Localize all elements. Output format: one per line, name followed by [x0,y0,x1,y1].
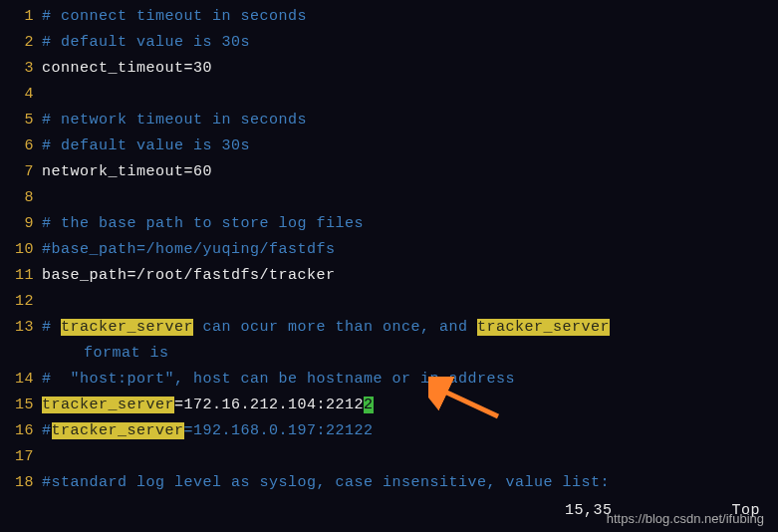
code-line: 8 [0,185,778,211]
code-line: 14# "host:port", host can be hostname or… [0,367,778,393]
code-line: 6# default value is 30s [0,133,778,159]
comment-text: format is [42,341,169,367]
config-text: connect_timeout=30 [42,56,212,82]
line-number: 2 [0,30,42,56]
search-match: tracker_server [477,319,610,336]
line-number: 9 [0,211,42,237]
code-line: 17 [0,444,778,470]
comment-text: # network timeout in seconds [42,108,307,133]
line-number: 1 [0,4,42,30]
code-line: 12 [0,289,778,315]
line-number: 12 [0,289,42,315]
search-match: tracker_server [42,397,174,413]
code-line: 9# the base path to store log files [0,211,778,237]
comment-text: # tracker_server can ocur more than once… [42,315,610,341]
comment-text: # default value is 30s [42,133,250,159]
code-line: 16#tracker_server=192.168.0.197:22122 [0,418,778,444]
code-line: 5# network timeout in seconds [0,108,778,133]
line-number: 8 [0,185,42,211]
line-number: 5 [0,108,42,133]
code-line: 3connect_timeout=30 [0,56,778,82]
code-line: 10#base_path=/home/yuqing/fastdfs [0,237,778,263]
watermark: https://blog.csdn.net/ifubing [607,511,764,526]
line-number: 18 [0,470,42,496]
code-line-wrap: format is [0,341,778,367]
search-match: tracker_server [61,319,193,336]
comment-text: # connect timeout in seconds [42,4,307,30]
line-number: 3 [0,56,42,82]
line-number: 6 [0,133,42,159]
code-editor[interactable]: 1# connect timeout in seconds 2# default… [0,0,778,500]
line-number: 7 [0,159,42,185]
comment-text: #tracker_server=192.168.0.197:22122 [42,418,374,444]
code-line: 2# default value is 30s [0,30,778,56]
search-match: tracker_server [52,422,184,439]
comment-text: # "host:port", host can be hostname or i… [42,367,515,393]
line-number [0,341,42,367]
line-number: 17 [0,444,42,470]
code-line: 15tracker_server=172.16.212.104:22122 [0,393,778,418]
comment-text: # the base path to store log files [42,211,364,237]
comment-text: # default value is 30s [42,30,250,56]
code-line: 11base_path=/root/fastdfs/tracker [0,263,778,289]
config-text: tracker_server=172.16.212.104:22122 [42,393,374,418]
comment-text: #base_path=/home/yuqing/fastdfs [42,237,336,263]
line-number: 10 [0,237,42,263]
line-number: 4 [0,82,42,108]
line-number: 13 [0,315,42,341]
comment-text: #standard log level as syslog, case inse… [42,470,610,496]
line-number: 11 [0,263,42,289]
code-line: 13# tracker_server can ocur more than on… [0,315,778,341]
config-text: network_timeout=60 [42,159,212,185]
code-line: 4 [0,82,778,108]
code-line: 7network_timeout=60 [0,159,778,185]
config-text: base_path=/root/fastdfs/tracker [42,263,336,289]
line-number: 14 [0,367,42,393]
cursor-position: 15,35 [565,502,613,519]
code-line: 1# connect timeout in seconds [0,4,778,30]
line-number: 15 [0,393,42,418]
cursor: 2 [364,397,374,413]
line-number: 16 [0,418,42,444]
code-line: 18#standard log level as syslog, case in… [0,470,778,496]
